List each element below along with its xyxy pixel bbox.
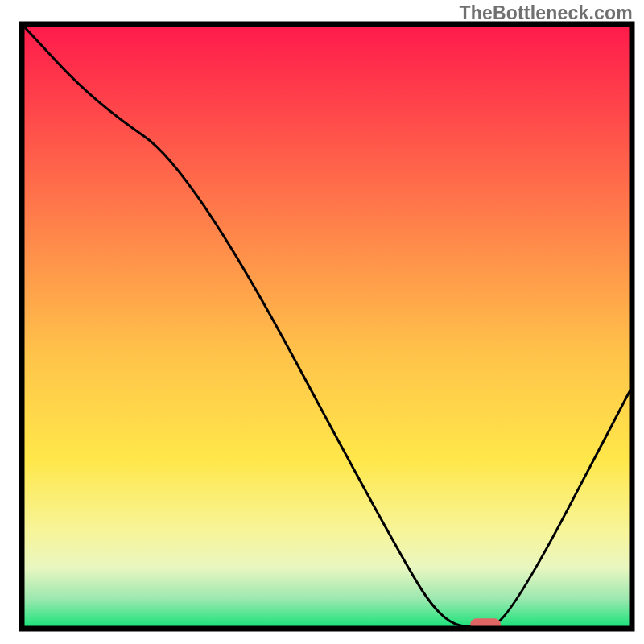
chart-container: TheBottleneck.com [0, 0, 644, 644]
bottleneck-chart [0, 0, 644, 644]
watermark-text: TheBottleneck.com [459, 2, 633, 24]
